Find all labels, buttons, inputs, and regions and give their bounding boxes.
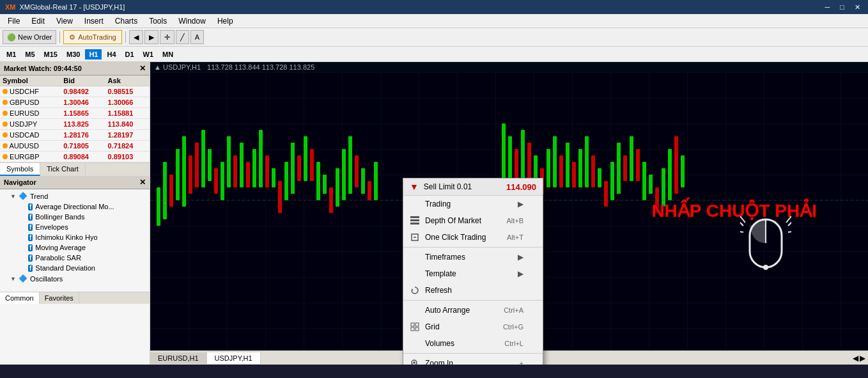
- nav-item-parabolic-sar[interactable]: f Parabolic SAR: [0, 253, 150, 263]
- market-tabs: Symbols Tick Chart: [0, 162, 150, 176]
- line-btn[interactable]: ╱: [176, 30, 189, 44]
- ctx-depth-of-market[interactable]: Depth Of Market Alt+B: [403, 212, 543, 229]
- nav-item-average-directional-[interactable]: f Average Directional Mo...: [0, 201, 150, 212]
- market-row-audusd[interactable]: AUDUSD 0.71805 0.71824: [0, 141, 150, 152]
- svg-rect-49: [585, 136, 589, 187]
- tf-w1[interactable]: W1: [139, 49, 158, 59]
- svg-rect-7: [195, 143, 199, 187]
- template-icon: [410, 269, 420, 279]
- svg-line-71: [740, 216, 745, 223]
- tf-h1[interactable]: H1: [85, 49, 102, 59]
- svg-marker-80: [412, 288, 414, 290]
- crosshair-btn[interactable]: ✛: [160, 30, 174, 44]
- nav-item-envelopes[interactable]: f Envelopes: [0, 222, 150, 232]
- ctx-template[interactable]: Template ▶: [403, 265, 543, 282]
- ctx-trading[interactable]: Trading ▶: [403, 196, 543, 212]
- svg-rect-32: [355, 155, 359, 187]
- nav-item-moving-average[interactable]: f Moving Average: [0, 242, 150, 253]
- maximize-btn[interactable]: □: [837, 3, 847, 12]
- new-order-btn[interactable]: 🟢 New Order: [3, 30, 56, 44]
- svg-rect-76: [410, 219, 419, 221]
- mouse-icon: [740, 213, 791, 285]
- menu-view[interactable]: View: [51, 15, 78, 27]
- main-layout: Market Watch: 09:44:50 ✕ Symbol Bid Ask …: [0, 62, 868, 365]
- tf-m5[interactable]: M5: [21, 49, 38, 59]
- menu-help[interactable]: Help: [212, 15, 238, 27]
- chart-tab-eurusd[interactable]: EURUSD,H1: [150, 352, 207, 364]
- forward-btn[interactable]: ▶: [144, 30, 159, 44]
- svg-rect-44: [553, 136, 557, 187]
- svg-rect-24: [304, 136, 307, 181]
- ctx-auto-arrange[interactable]: Auto Arrange Ctrl+A: [403, 302, 543, 319]
- svg-rect-56: [630, 136, 633, 181]
- svg-rect-62: [668, 149, 672, 200]
- chart-scroll[interactable]: ◀ ▶: [850, 354, 868, 363]
- autotrading-icon: ⚙: [69, 33, 75, 42]
- col-ask: Ask: [105, 75, 150, 86]
- svg-rect-21: [284, 162, 288, 200]
- trading-icon: [410, 199, 420, 209]
- oneclick-icon: [410, 232, 420, 242]
- ctx-timeframes[interactable]: Timeframes ▶: [403, 249, 543, 265]
- ctx-volumes[interactable]: Volumes Ctrl+L: [403, 335, 543, 352]
- tf-d1[interactable]: D1: [121, 49, 138, 59]
- menu-insert[interactable]: Insert: [79, 15, 109, 27]
- title-bar: XM XMGlobal-Real 17 - [USDJPY,H1] ─ □ ✕: [0, 0, 868, 14]
- tab-favorites[interactable]: Favorites: [40, 292, 79, 304]
- svg-rect-4: [176, 149, 180, 200]
- ctx-grid[interactable]: Grid Ctrl+G: [403, 319, 543, 335]
- nav-item-standard-deviation[interactable]: f Standard Deviation: [0, 263, 150, 273]
- tab-symbols[interactable]: Symbols: [0, 163, 40, 176]
- sell-limit-price: 114.090: [506, 182, 536, 192]
- volumes-icon: [410, 338, 420, 349]
- menu-edit[interactable]: Edit: [26, 15, 50, 27]
- tf-m30[interactable]: M30: [63, 49, 84, 59]
- tf-m1[interactable]: M1: [3, 49, 20, 59]
- navigator-close[interactable]: ✕: [139, 178, 146, 187]
- svg-point-68: [763, 265, 768, 270]
- svg-rect-17: [259, 130, 263, 187]
- svg-rect-53: [610, 162, 614, 200]
- close-btn[interactable]: ✕: [852, 3, 863, 12]
- menu-window[interactable]: Window: [173, 15, 211, 27]
- market-row-eurusd[interactable]: EURUSD 1.15865 1.15881: [0, 108, 150, 119]
- chart-area[interactable]: ▲ USDJPY,H1 113.728 113.844 113.728 113.…: [150, 62, 868, 365]
- nav-item-trend[interactable]: ▼ 🔷 Trend: [0, 191, 150, 201]
- svg-rect-43: [546, 149, 550, 187]
- svg-rect-33: [361, 168, 365, 194]
- col-bid: Bid: [61, 75, 105, 86]
- autotrading-btn[interactable]: ⚙ AutoTrading: [63, 30, 122, 44]
- svg-line-70: [740, 231, 743, 232]
- market-row-gbpusd[interactable]: GBPUSD 1.30046 1.30066: [0, 97, 150, 108]
- tf-h4[interactable]: H4: [103, 49, 120, 59]
- market-row-eurgbp[interactable]: EURGBP 0.89084 0.89103: [0, 152, 150, 162]
- tab-tick-chart[interactable]: Tick Chart: [40, 163, 86, 176]
- ctx-refresh[interactable]: Refresh: [403, 282, 543, 299]
- menu-charts[interactable]: Charts: [110, 15, 143, 27]
- ctx-zoom-in[interactable]: Zoom In +: [403, 355, 543, 365]
- tf-m15[interactable]: M15: [40, 49, 61, 59]
- tab-common[interactable]: Common: [0, 292, 40, 304]
- toolbar-container: 🟢 New Order ⚙ AutoTrading ◀ ▶ ✛ ╱ A: [0, 28, 868, 47]
- svg-rect-54: [617, 143, 621, 194]
- chart-tab-usdjpy[interactable]: USDJPY,H1: [207, 352, 261, 364]
- nav-item-ichimoku-kinko-hyo[interactable]: f Ichimoku Kinko Hyo: [0, 232, 150, 242]
- sell-limit-header[interactable]: ▼ Sell Limit 0.01 114.090: [403, 178, 543, 196]
- text-btn[interactable]: A: [190, 30, 204, 44]
- back-btn[interactable]: ◀: [129, 30, 143, 44]
- svg-rect-84: [415, 327, 419, 331]
- market-row-usdjpy[interactable]: USDJPY 113.825 113.840: [0, 119, 150, 130]
- svg-rect-12: [227, 136, 231, 187]
- menu-tools[interactable]: Tools: [144, 15, 172, 27]
- ctx-one-click[interactable]: One Click Trading Alt+T: [403, 229, 543, 246]
- market-watch-close[interactable]: ✕: [139, 64, 146, 73]
- nav-item-bollinger-bands[interactable]: f Bollinger Bands: [0, 212, 150, 222]
- nav-item-oscillators[interactable]: ▼ 🔷 Oscillators: [0, 273, 150, 284]
- market-row-usdcad[interactable]: USDCAD 1.28176 1.28197: [0, 130, 150, 141]
- menu-file[interactable]: File: [3, 15, 25, 27]
- minimize-btn[interactable]: ─: [823, 3, 833, 12]
- main-toolbar: 🟢 New Order ⚙ AutoTrading ◀ ▶ ✛ ╱ A: [0, 28, 868, 46]
- market-row-usdchf[interactable]: USDCHF 0.98492 0.98515: [0, 86, 150, 97]
- tf-mn[interactable]: MN: [159, 49, 177, 59]
- timeframes-icon: [410, 252, 420, 262]
